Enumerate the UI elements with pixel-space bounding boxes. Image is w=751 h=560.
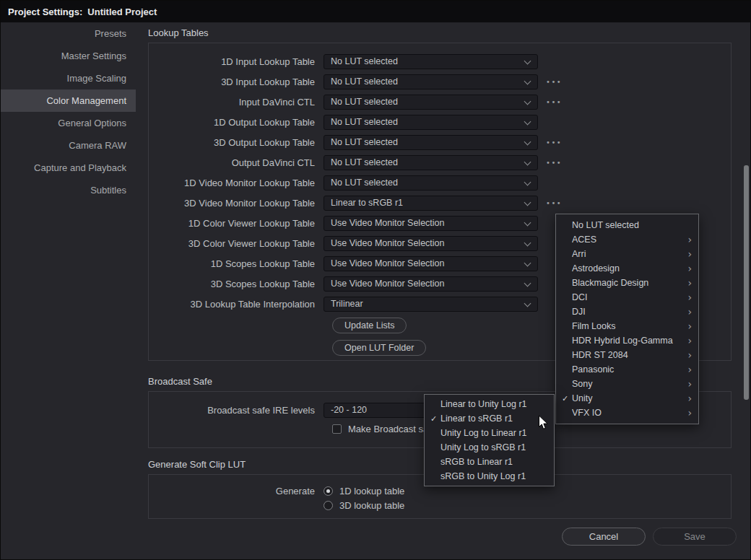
open-lut-folder-button[interactable]: Open LUT Folder (332, 340, 426, 356)
lut-select[interactable]: No LUT selected (324, 54, 538, 69)
generate-options: 1D lookup table 3D lookup table (324, 486, 404, 511)
sidebar-item[interactable]: Capture and Playback (1, 157, 136, 179)
lut-menu-item[interactable]: ✓ DCI › (556, 290, 698, 305)
lut-menu-item-label: DCI (572, 292, 687, 302)
save-button[interactable]: Save (653, 528, 737, 546)
lut-row-label: 3D Input Lookup Table (149, 76, 324, 87)
lut-submenu-item[interactable]: ✓ Linear to sRGB r1 (425, 411, 554, 426)
title-bar: Project Settings: Untitled Project (1, 1, 750, 22)
lut-menu-item[interactable]: ✓ HDR Hybrid Log-Gamma › (556, 333, 698, 348)
lut-row-label: Output DaVinci CTL (149, 157, 324, 168)
lut-menu-item-label: Unity (572, 393, 687, 403)
lut-menu-item[interactable]: ✓ Unity › (556, 391, 698, 406)
radio-icon (324, 486, 333, 496)
lut-menu-item-label: Panasonic (572, 364, 687, 375)
lut-menu-item[interactable]: ✓ No LUT selected › (556, 218, 698, 232)
chevron-right-icon: › (687, 249, 692, 259)
lut-menu-item[interactable]: ✓ DJI › (556, 305, 698, 319)
lut-submenu-item[interactable]: ✓ Unity Log to Linear r1 (425, 426, 554, 440)
radio-icon (324, 501, 333, 510)
ire-levels-label: Broadcast safe IRE levels (149, 405, 324, 416)
chevron-down-icon (524, 281, 531, 287)
check-icon: ✓ (560, 394, 570, 403)
scrollbar[interactable] (744, 165, 749, 400)
lut-row: 1D Video Monitor Lookup Table No LUT sel… (149, 172, 731, 193)
lut-select[interactable]: Trilinear (324, 297, 538, 312)
make-broadcast-safe-label: Make Broadcast safe (348, 424, 436, 434)
sidebar-item[interactable]: Presets (1, 22, 136, 45)
lut-select-value: Use Video Monitor Selection (331, 279, 524, 289)
lut-menu-item[interactable]: ✓ Astrodesign › (556, 261, 698, 276)
lut-select[interactable]: No LUT selected (324, 115, 538, 130)
lut-submenu-item[interactable]: ✓ Linear to Unity Log r1 (425, 397, 554, 411)
sidebar-item[interactable]: Color Management (1, 89, 136, 112)
lut-select[interactable]: Use Video Monitor Selection (324, 236, 538, 251)
radio-option-label: 3D lookup table (339, 500, 404, 511)
lut-row: Output DaVinci CTL No LUT selected ••• (149, 152, 731, 172)
sidebar-item[interactable]: Camera RAW (1, 134, 136, 157)
sidebar-item[interactable]: Subtitles (1, 179, 136, 201)
lut-select[interactable]: Linear to sRGB r1 (324, 196, 538, 211)
lut-menu-item[interactable]: ✓ Film Looks › (556, 319, 698, 333)
lut-submenu-item-label: Linear to Unity Log r1 (440, 399, 554, 409)
radio-option[interactable]: 3D lookup table (324, 500, 404, 511)
lut-submenu-item[interactable]: ✓ sRGB to Linear r1 (425, 455, 554, 469)
lut-select-value: No LUT selected (331, 76, 524, 87)
lut-menu-item[interactable]: ✓ Panasonic › (556, 362, 698, 377)
make-broadcast-safe-checkbox[interactable] (332, 424, 342, 434)
lut-menu-item[interactable]: ✓ Arri › (556, 247, 698, 261)
lut-select[interactable]: No LUT selected (324, 95, 538, 110)
sidebar-item[interactable]: Image Scaling (1, 67, 136, 89)
chevron-right-icon: › (687, 408, 692, 418)
update-lists-button[interactable]: Update Lists (332, 318, 407, 333)
lut-menu-item[interactable]: ✓ ACES › (556, 232, 698, 247)
lut-select-value: No LUT selected (331, 117, 524, 127)
chevron-right-icon: › (687, 364, 692, 375)
sidebar-item[interactable]: Master Settings (1, 45, 136, 67)
chevron-down-icon (524, 119, 531, 126)
lut-row-label: 3D Lookup Table Interpolation (149, 299, 324, 310)
chevron-down-icon (524, 58, 531, 65)
lut-menu-item[interactable]: ✓ Sony › (556, 377, 698, 391)
lut-select-value: Use Video Monitor Selection (331, 238, 524, 248)
chevron-right-icon: › (687, 307, 692, 317)
lut-submenu-item[interactable]: ✓ sRGB to Unity Log r1 (425, 469, 554, 484)
sidebar-item-label: General Options (58, 118, 126, 128)
window-title: Project Settings: (8, 6, 82, 17)
more-options-icon[interactable]: ••• (546, 78, 562, 86)
lut-row: 3D Video Monitor Lookup Table Linear to … (149, 193, 731, 213)
lut-select[interactable]: Use Video Monitor Selection (324, 256, 538, 271)
chevron-right-icon: › (687, 350, 692, 360)
lut-row-label: 1D Scopes Lookup Table (149, 258, 324, 269)
cancel-button[interactable]: Cancel (562, 528, 646, 546)
more-options-icon[interactable]: ••• (546, 98, 562, 106)
lut-row: 3D Input Lookup Table No LUT selected ••… (149, 71, 731, 92)
sidebar-item-label: Capture and Playback (34, 162, 126, 173)
lut-menu-item[interactable]: ✓ HDR ST 2084 › (556, 348, 698, 362)
more-options-icon[interactable]: ••• (546, 139, 562, 146)
lut-menu-item[interactable]: ✓ Blackmagic Design › (556, 276, 698, 290)
lut-select[interactable]: No LUT selected (324, 135, 538, 150)
lut-select[interactable]: No LUT selected (324, 155, 538, 170)
lut-menu-item-label: HDR Hybrid Log-Gamma (572, 336, 687, 346)
lut-submenu-item-label: Unity Log to Linear r1 (440, 428, 554, 438)
lut-select[interactable]: Use Video Monitor Selection (324, 276, 538, 292)
radio-option[interactable]: 1D lookup table (324, 486, 404, 496)
lut-submenu-item-label: sRGB to Linear r1 (440, 457, 554, 467)
lut-select[interactable]: Use Video Monitor Selection (324, 216, 538, 231)
lut-row: 1D Output Lookup Table No LUT selected •… (149, 112, 731, 132)
chevron-right-icon: › (687, 321, 692, 331)
more-options-icon[interactable]: ••• (546, 159, 562, 167)
lut-select[interactable]: No LUT selected (324, 175, 538, 191)
lut-menu-item-label: ACES (572, 235, 687, 245)
chevron-right-icon: › (687, 278, 692, 288)
more-options-icon[interactable]: ••• (546, 199, 562, 207)
lut-menu-item-label: No LUT selected (572, 220, 687, 230)
lut-menu-item[interactable]: ✓ VFX IO › (556, 406, 698, 420)
lut-select[interactable]: No LUT selected (324, 74, 538, 89)
sidebar-item-label: Presets (95, 28, 126, 39)
chevron-down-icon (524, 240, 531, 247)
lut-submenu-item[interactable]: ✓ Unity Log to sRGB r1 (425, 440, 554, 455)
sidebar-item[interactable]: General Options (1, 112, 136, 134)
lut-row: 3D Output Lookup Table No LUT selected •… (149, 132, 731, 152)
